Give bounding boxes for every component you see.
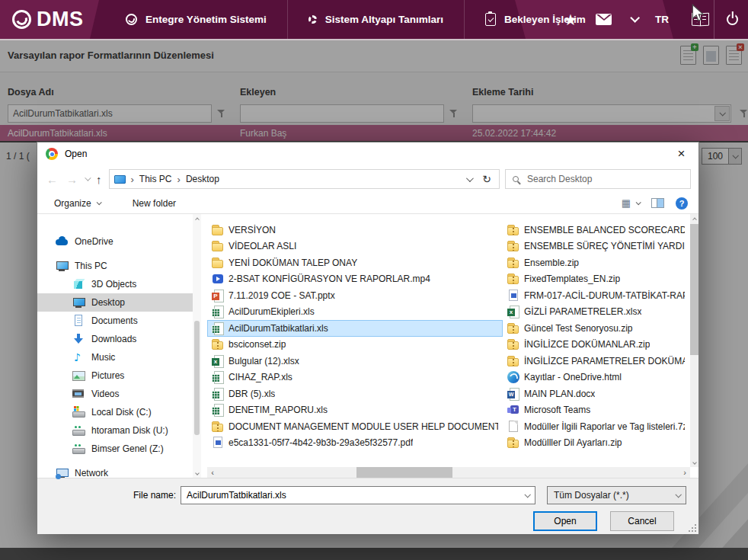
scroll-up-icon[interactable] xyxy=(690,214,698,223)
file-item-ensemble-balanced-scorecard-yardim[interactable]: ENSEMBLE BALANCED SCORECARD YARDIM xyxy=(503,222,689,238)
open-file-dialog: Open × ← → ↑ › This PC › Desktop ↻ xyxy=(37,142,699,533)
sidebar-item-music[interactable]: Music xyxy=(37,348,201,366)
organize-label: Organize xyxy=(54,198,91,209)
sidebar-item-videos[interactable]: Videos xyxy=(37,385,201,403)
dialog-titlebar[interactable]: Open × xyxy=(37,142,698,165)
breadcrumb-this-pc[interactable]: This PC xyxy=(139,174,172,184)
favorites-star-icon[interactable]: ★ xyxy=(564,12,577,27)
docs-icon xyxy=(72,315,85,327)
nav-entegre-yonetim-sistemi[interactable]: Entegre Yönetim Sistemi xyxy=(105,0,287,39)
open-button[interactable]: Open xyxy=(533,511,597,531)
file-item-i-ngi-li-zce-dok-manlar-zip[interactable]: İNGİLİZCE DOKÜMANLAR.zip xyxy=(503,337,689,354)
sidebar-item-onedrive[interactable]: OneDrive xyxy=(37,232,201,251)
mail-icon[interactable] xyxy=(596,14,612,25)
sidebar-item-pictures[interactable]: Pictures xyxy=(37,366,201,385)
file-item-versi-yon[interactable]: VERSİYON xyxy=(207,222,503,238)
language-label[interactable]: TR xyxy=(655,14,669,25)
file-type-select[interactable]: Tüm Dosyalar (*.*) xyxy=(547,486,686,504)
cancel-button[interactable]: Cancel xyxy=(610,511,674,531)
file-item-ensemble-s-re-y-neti-mi-yardim-dok-m[interactable]: ENSEMBLE SÜREÇ YÖNETİMİ YARDIM DOKÜM xyxy=(503,238,689,255)
sidebar-item-local-disk-c[interactable]: Local Disk (C:) xyxy=(37,403,201,421)
file-item-frm-017-aci-l-durum-tatbi-kat-raporu-f[interactable]: FRM-017-ACİL-DURUM-TATBİKAT-RAPORU-F xyxy=(503,287,689,304)
file-item-denetim-raporu-xls[interactable]: DENETIM_RAPORU.xls xyxy=(207,402,503,419)
file-item-microsoft-teams[interactable]: Microsoft Teams xyxy=(503,402,689,419)
file-item-bulgular-12-xlsx[interactable]: Bulgular (12).xlsx xyxy=(207,353,503,370)
scrollbar-thumb[interactable] xyxy=(194,321,200,435)
file-item-mod-lller-dil-ayarlar-zip[interactable]: Modülller Dil Ayarları.zip xyxy=(503,435,689,452)
file-list-horizontal-scrollbar[interactable]: ‹ › xyxy=(207,467,690,478)
file-item-g-ncel-test-senoryosu-zip[interactable]: Güncel Test Senoryosu.zip xyxy=(503,320,689,337)
sidebar-item-3d-objects[interactable]: 3D Objects xyxy=(37,275,201,293)
resize-grip[interactable] xyxy=(688,523,697,533)
language-chevron-down-icon[interactable] xyxy=(630,13,640,23)
sidebar-scrollbar[interactable] xyxy=(193,214,201,478)
file-name-input[interactable] xyxy=(181,490,519,501)
scrollbar-thumb[interactable] xyxy=(690,224,698,355)
gear-icon xyxy=(308,15,317,24)
change-view-button[interactable]: ▦ xyxy=(622,198,640,208)
logout-button[interactable] xyxy=(727,0,738,39)
sidebar-item-downloads[interactable]: Downloads xyxy=(37,330,201,348)
cloud-icon xyxy=(56,235,68,248)
qdms-logo[interactable]: DMS xyxy=(12,0,84,39)
file-name-label: Modüller İlgili Raporlar ve Tag listeler… xyxy=(524,421,685,432)
organize-button[interactable]: Organize xyxy=(54,198,101,209)
up-arrow-icon[interactable]: ↑ xyxy=(94,174,104,185)
sidebar-item-label: htoraman Disk (U:) xyxy=(91,425,168,436)
scroll-right-icon[interactable]: › xyxy=(679,467,690,478)
file-list-vertical-scrollbar[interactable] xyxy=(690,214,698,467)
search-input[interactable] xyxy=(526,173,683,185)
forward-arrow-icon[interactable]: → xyxy=(65,174,79,185)
search-box[interactable] xyxy=(505,169,691,189)
scroll-down-icon[interactable] xyxy=(690,458,698,467)
file-item-kay-tlar-onedrive-html[interactable]: Kayıtlar - OneDrive.html xyxy=(503,370,689,386)
file-item-main-plan-docx[interactable]: MAIN PLAN.docx xyxy=(503,386,689,402)
file-item-7-11-2019-coe-sat-pptx[interactable]: 7.11.2019 COE - SAT.pptx xyxy=(207,287,503,304)
file-item-2-bsat-konfi-g-rasyon-ve-raporlar-mp4[interactable]: 2-BSAT KONFİGÜRASYON VE RAPORLAR.mp4 xyxy=(207,271,503,288)
breadcrumb-separator: › xyxy=(131,174,134,184)
help-icon[interactable]: ? xyxy=(676,197,688,210)
scroll-up-icon[interactable] xyxy=(193,214,201,223)
file-name-label: DENETIM_RAPORU.xls xyxy=(229,405,328,415)
qdms-logo-text: DMS xyxy=(37,8,84,31)
file-item-yeni-dok-man-talep-onay[interactable]: YENİ DOKÜMAN TALEP ONAY xyxy=(207,254,503,271)
sidebar-item-bimser-genel-z[interactable]: Bimser Genel (Z:) xyxy=(37,440,201,458)
file-type-value: Tüm Dosyalar (*.*) xyxy=(554,490,629,501)
sidebar-item-this-pc[interactable]: This PC xyxy=(37,257,201,275)
file-item-cihaz-rap-xls[interactable]: CIHAZ_RAP.xls xyxy=(207,370,503,386)
back-arrow-icon[interactable]: ← xyxy=(45,174,59,185)
zip-icon xyxy=(212,421,224,433)
zip-icon xyxy=(212,338,224,350)
preview-pane-icon[interactable] xyxy=(651,198,664,208)
address-chevron-icon[interactable] xyxy=(466,174,474,182)
file-item-vi-deolar-asli[interactable]: VİDEOLAR ASLI xyxy=(207,238,503,255)
breadcrumb-desktop[interactable]: Desktop xyxy=(186,174,219,184)
file-item-document-management-module-user-help-document-zip[interactable]: DOCUMENT MANAGEMENT MODULE USER HELP DOC… xyxy=(207,418,503,435)
file-item-i-ngi-li-zce-parametreler-dok-manlari-zip[interactable]: İNGİLİZCE PARAMETRELER DOKÜMANLARI.zip xyxy=(503,353,689,370)
file-item-fixedtemplates-en-zip[interactable]: FixedTemplates_EN.zip xyxy=(503,271,689,288)
file-item-dbr-5-xls[interactable]: DBR (5).xls xyxy=(207,386,503,402)
sidebar-item-htoraman-disk-u[interactable]: htoraman Disk (U:) xyxy=(37,421,201,440)
file-item-acildurumekipleri-xls[interactable]: AcilDurumEkipleri.xls xyxy=(207,304,503,321)
file-item-e5ca1331-05f7-4b42-9b3b-29a3e5f32577-pdf[interactable]: e5ca1331-05f7-4b42-9b3b-29a3e5f32577.pdf xyxy=(207,435,503,452)
address-bar[interactable]: › This PC › Desktop ↻ xyxy=(109,169,500,189)
file-item-gi-zli-parametreler-xlsx[interactable]: GİZLİ PARAMETRELER.xlsx xyxy=(503,304,689,321)
scrollbar-thumb[interactable] xyxy=(356,467,452,478)
file-name-label: Güncel Test Senoryosu.zip xyxy=(524,323,633,334)
close-button[interactable]: × xyxy=(664,142,698,165)
history-chevron-icon[interactable] xyxy=(85,174,91,181)
file-item-ensemble-zip[interactable]: Ensemble.zip xyxy=(503,254,689,271)
sidebar-item-desktop[interactable]: Desktop xyxy=(37,293,201,312)
nav-sistem-altyapi-tanimlari[interactable]: Sistem Altyapı Tanımları xyxy=(288,0,464,39)
sidebar-item-documents[interactable]: Documents xyxy=(37,312,201,330)
file-name-chevron-icon[interactable] xyxy=(519,487,535,504)
refresh-icon[interactable]: ↻ xyxy=(482,173,491,185)
scroll-left-icon[interactable]: ‹ xyxy=(207,467,218,478)
file-list-area: VERSİYONVİDEOLAR ASLIYENİ DOKÜMAN TALEP … xyxy=(201,214,698,478)
file-item-acildurumtatbikatlari-xls[interactable]: AcilDurumTatbikatlari.xls xyxy=(207,320,503,337)
file-item-mod-ller-i-lgili-raporlar-ve-tag-listeleri-7z[interactable]: Modüller İlgili Raporlar ve Tag listeler… xyxy=(503,418,689,435)
scroll-down-icon[interactable] xyxy=(193,469,201,478)
file-name-label: İNGİLİZCE DOKÜMANLAR.zip xyxy=(524,339,650,350)
file-item-bsciconset-zip[interactable]: bsciconset.zip xyxy=(207,337,503,354)
new-folder-button[interactable]: New folder xyxy=(133,198,176,209)
